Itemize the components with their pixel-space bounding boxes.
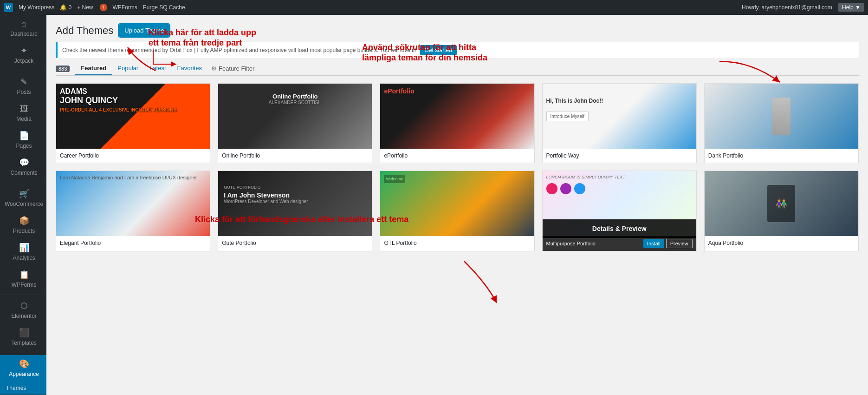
details-preview-overlay[interactable]: Details & Preview — [543, 219, 696, 238]
theme-card-gtl[interactable]: Welcome GTL Portfolio — [380, 171, 534, 251]
install-button[interactable]: Install — [643, 239, 664, 248]
theme-thumbnail-eportfolio: ePortfolio — [380, 84, 534, 149]
howdy-text: Howdy, aryehphoenix81@gmail.com — [742, 4, 832, 11]
sidebar-label-woocommerce: WooCommerce — [5, 201, 43, 208]
page-header: Add Themes Upload Theme — [56, 24, 859, 37]
wpforms-link[interactable]: WPForms — [113, 4, 137, 11]
sidebar-item-templates[interactable]: ⬛ Templates — [0, 324, 46, 351]
sidebar-item-comments[interactable]: 💬 Comments — [0, 154, 46, 181]
theme-card-dank[interactable]: Dank Portfolio — [704, 83, 859, 163]
sidebar-label-analytics: Analytics — [13, 255, 35, 262]
theme-card-online[interactable]: Online Portfolio ALEXANDER SCOTTISH Onli… — [218, 83, 372, 163]
woocommerce-icon: 🛒 — [19, 189, 29, 199]
sidebar-label-appearance: Appearance — [9, 371, 39, 378]
details-preview-label: Details & Preview — [592, 225, 647, 232]
page-title: Add Themes — [56, 25, 113, 37]
sidebar-item-appearance[interactable]: 🎨 Appearance — [0, 355, 46, 382]
theme-card-elegant[interactable]: I am Natasha Benjamin and I am a freelan… — [56, 171, 210, 251]
sidebar-label-pages: Pages — [16, 143, 32, 150]
purge-cache[interactable]: Purge SQ Cache — [143, 4, 185, 11]
sidebar-item-analytics[interactable]: 📊 Analytics — [0, 239, 46, 266]
theme-name-gute: Gute Portfolio — [218, 236, 372, 250]
theme-name-aqua: Aqua Portfolio — [705, 236, 858, 250]
theme-card-eportfolio[interactable]: ePortfolio ePortfolio — [380, 83, 534, 163]
theme-thumbnail-elegant: I am Natasha Benjamin and I am a freelan… — [56, 171, 210, 236]
themes-grid: ADAMS JOHN QUINCY PRE-ORDER ALL 4 EXCLUS… — [56, 83, 859, 251]
theme-thumbnail-gute: GUTE PORTFOLIO I Am John Stevenson WordP… — [218, 171, 372, 236]
appearance-submenu: Themes Customize Widgets Menus Header Ba… — [0, 382, 46, 395]
sidebar-item-themes[interactable]: Themes — [0, 382, 46, 395]
sidebar-label-products: Products — [13, 228, 35, 235]
admin-bar: W My Wordpress 🔔 0 + New 1 WPForms Purge… — [0, 0, 868, 15]
elementor-icon: ⬡ — [20, 301, 28, 311]
comments-icon: 💬 — [19, 158, 29, 168]
jetpack-icon: ✦ — [20, 46, 27, 56]
tab-featured[interactable]: Featured — [75, 62, 112, 75]
theme-name-online: Online Portfolio — [218, 149, 372, 163]
sidebar-label-dashboard: Dashboard — [10, 31, 38, 38]
sidebar-item-products[interactable]: 📦 Products — [0, 212, 46, 239]
theme-name-elegant: Elegant Portfolio — [56, 236, 210, 250]
theme-thumbnail-aqua: 👫 — [705, 171, 858, 236]
media-icon: 🖼 — [20, 104, 28, 114]
wpforms-badge[interactable]: 1 — [99, 4, 107, 11]
tab-latest[interactable]: Latest — [144, 62, 171, 75]
sidebar-label-themes: Themes — [6, 385, 26, 392]
sidebar: ⌂ Dashboard ✦ Jetpack ✎ Posts 🖼 Media 📄 … — [0, 15, 46, 395]
tab-popular[interactable]: Popular — [112, 62, 144, 75]
theme-name-eportfolio: ePortfolio — [380, 149, 534, 163]
theme-thumbnail-portfolio-way: Hi, This is John Doc!! Introduce Myself — [543, 84, 696, 149]
sidebar-label-comments: Comments — [10, 170, 37, 177]
analytics-icon: 📊 — [19, 243, 29, 253]
sidebar-label-media: Media — [16, 116, 32, 123]
products-icon: 📦 — [19, 216, 29, 226]
sidebar-label-elementor: Elementor — [11, 313, 37, 320]
sidebar-item-wpforms[interactable]: 📋 WPForms — [0, 266, 46, 293]
theme-card-aqua[interactable]: 👫 Aqua Portfolio — [704, 171, 859, 251]
main-content: Add Themes Upload Theme Klicka här för a… — [46, 15, 868, 395]
install-bar-name: Multipurpose Portfolio — [546, 241, 596, 246]
theme-thumbnail-gtl: Welcome — [380, 171, 534, 236]
new-item[interactable]: + New — [77, 4, 93, 11]
theme-name-portfolio-way: Portfolio Way — [543, 149, 696, 163]
dashboard-icon: ⌂ — [21, 19, 26, 29]
feature-filter[interactable]: ⚙ Feature Filter — [211, 65, 254, 72]
theme-card-gute[interactable]: GUTE PORTFOLIO I Am John Stevenson WordP… — [218, 171, 372, 251]
theme-card-career[interactable]: ADAMS JOHN QUINCY PRE-ORDER ALL 4 EXCLUS… — [56, 83, 210, 163]
get-started-button[interactable]: Get started — [420, 45, 457, 55]
templates-icon: ⬛ — [19, 328, 29, 338]
sidebar-item-pages[interactable]: 📄 Pages — [0, 127, 46, 154]
theme-tabs: 883 Featured Popular Latest Favorites ⚙ … — [56, 62, 859, 76]
posts-icon: ✎ — [20, 77, 27, 87]
theme-card-multipurpose[interactable]: Lorem Ipsum is Simply Dummy Text Details… — [542, 171, 697, 251]
sidebar-item-elementor[interactable]: ⬡ Elementor — [0, 297, 46, 324]
tab-favorites[interactable]: Favorites — [172, 62, 207, 75]
sidebar-item-jetpack[interactable]: ✦ Jetpack — [0, 42, 46, 69]
preview-arrow-svg — [450, 257, 506, 312]
theme-thumbnail-online: Online Portfolio ALEXANDER SCOTTISH — [218, 84, 372, 149]
upload-theme-button[interactable]: Upload Theme — [119, 24, 169, 37]
theme-name-dank: Dank Portfolio — [705, 149, 858, 163]
theme-thumbnail-dank — [705, 84, 858, 149]
sidebar-item-media[interactable]: 🖼 Media — [0, 100, 46, 127]
sidebar-item-dashboard[interactable]: ⌂ Dashboard — [0, 15, 46, 42]
help-button[interactable]: Help ▼ — [838, 3, 864, 12]
theme-thumbnail-career: ADAMS JOHN QUINCY PRE-ORDER ALL 4 EXCLUS… — [56, 84, 210, 149]
sidebar-item-woocommerce[interactable]: 🛒 WooCommerce — [0, 185, 46, 212]
theme-card-portfolio-way[interactable]: Hi, This is John Doc!! Introduce Myself … — [542, 83, 697, 163]
pages-icon: 📄 — [19, 131, 29, 141]
theme-name-gtl: GTL Portfolio — [380, 236, 534, 250]
sidebar-label-jetpack: Jetpack — [14, 58, 33, 65]
wp-logo[interactable]: W — [4, 3, 13, 12]
comment-count[interactable]: 🔔 0 — [60, 4, 71, 11]
wpforms-icon: 📋 — [19, 270, 29, 280]
preview-button[interactable]: Preview — [666, 239, 693, 248]
install-bar: Multipurpose Portfolio Install Preview — [543, 236, 696, 251]
theme-name-career: Career Portfolio — [56, 149, 210, 163]
sidebar-label-posts: Posts — [17, 89, 31, 96]
notice-text: Check the newest theme recommended by Or… — [62, 47, 416, 53]
sidebar-item-posts[interactable]: ✎ Posts — [0, 73, 46, 100]
theme-count: 883 — [56, 66, 70, 72]
site-name[interactable]: My Wordpress — [19, 4, 54, 11]
sidebar-label-templates: Templates — [11, 340, 37, 347]
